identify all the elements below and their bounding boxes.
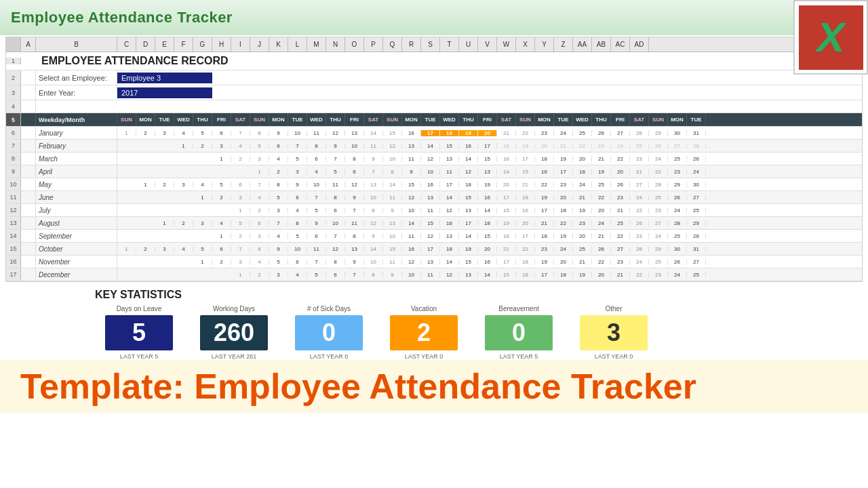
stats-cards: Days on Leave5LAST YEAR 5Working Days260…: [95, 305, 857, 360]
day-cell-october-15: 16: [402, 246, 421, 252]
row-num-header: [6, 37, 21, 52]
day-cell-january-7: 8: [250, 130, 269, 136]
day-cell-february-21: 19: [516, 143, 535, 149]
col-T-header: T: [440, 37, 459, 52]
day-cell-march-12: 8: [345, 156, 364, 162]
day-cell-february-27: 25: [630, 143, 649, 149]
col-B-header: B: [36, 37, 117, 52]
day-cell-june-14: 11: [383, 195, 402, 201]
day-header-fri1: FRI: [212, 113, 231, 126]
year-value-cell[interactable]: 2017: [117, 87, 212, 98]
day-header-sun1: SUN: [117, 113, 136, 126]
day-cell-march-27: 23: [630, 156, 649, 162]
day-header-tue3: TUE: [421, 113, 440, 126]
day-cell-september-12: 8: [345, 233, 364, 239]
day-cell-october-25: 26: [592, 246, 611, 252]
day-cell-november-4: 1: [193, 259, 212, 265]
day-cell-march-16: 12: [421, 156, 440, 162]
day-cell-november-19: 16: [478, 259, 497, 265]
day-cell-may-7: 7: [250, 182, 269, 188]
stat-value-3: 2: [390, 315, 458, 350]
day-cell-january-23: 24: [554, 130, 573, 136]
day-cell-october-20: 21: [497, 246, 516, 252]
day-cell-august-15: 14: [402, 220, 421, 226]
col-M-header: M: [307, 37, 326, 52]
day-cell-november-14: 11: [383, 259, 402, 265]
cell-10A: [21, 178, 36, 190]
day-cell-july-15: 10: [402, 207, 421, 214]
stats-title: KEY STATISTICS: [95, 289, 857, 301]
day-cell-november-18: 15: [459, 259, 478, 265]
stat-card-bereavement: Bereavement0LAST YEAR 5: [475, 305, 563, 360]
day-header-tue1: TUE: [155, 113, 174, 126]
day-header-sun3: SUN: [383, 113, 402, 126]
day-cell-march-23: 19: [554, 156, 573, 162]
day-cell-march-29: 25: [668, 156, 687, 162]
employee-value-cell[interactable]: Employee 3: [117, 73, 212, 83]
stat-last-year-2: LAST YEAR 0: [310, 353, 349, 360]
day-cell-february-23: 21: [554, 143, 573, 149]
day-cell-november-17: 14: [440, 259, 459, 265]
cell-4A: [21, 100, 36, 113]
day-cell-march-8: 4: [269, 156, 288, 162]
day-cell-september-19: 15: [478, 233, 497, 239]
month-name-january: January: [36, 127, 117, 139]
month-name-april: April: [36, 165, 117, 178]
day-cell-september-15: 11: [402, 233, 421, 239]
day-cell-august-8: 7: [269, 220, 288, 226]
day-cell-june-15: 12: [402, 195, 421, 201]
col-J-header: J: [250, 37, 269, 52]
day-cell-june-27: 24: [630, 195, 649, 201]
day-cell-february-11: 9: [326, 143, 345, 149]
day-cell-december-9: 4: [288, 272, 307, 278]
day-cell-january-27: 28: [630, 130, 649, 136]
day-cell-february-12: 10: [345, 143, 364, 149]
day-cell-february-8: 6: [269, 143, 288, 149]
spreadsheet-wrapper: A B C D E F G H I J K L M N O P Q R S T …: [5, 37, 863, 282]
day-cell-october-2: 3: [155, 246, 174, 252]
day-cell-april-21: 15: [516, 169, 535, 175]
day-cell-october-4: 5: [193, 246, 212, 252]
month-name-june: June: [36, 191, 117, 203]
day-cell-august-12: 11: [345, 220, 364, 226]
day-cell-december-19: 14: [478, 272, 497, 278]
stat-card-vacation: Vacation2LAST YEAR 0: [380, 305, 468, 360]
bottom-banner-text: Template: Employee Attendance Tracker: [20, 366, 696, 407]
day-cell-april-13: 7: [364, 169, 383, 175]
day-cell-june-9: 6: [288, 195, 307, 201]
day-cell-december-17: 12: [440, 272, 459, 278]
day-cell-august-30: 29: [687, 220, 706, 226]
day-cell-december-11: 6: [326, 272, 345, 278]
day-cell-september-25: 21: [592, 233, 611, 239]
row-num-16: 16: [6, 256, 21, 268]
month-name-august: August: [36, 217, 117, 229]
day-cell-january-30: 31: [687, 130, 706, 136]
day-header-fri3: FRI: [478, 113, 497, 126]
row-num-6: 6: [6, 127, 21, 139]
day-header-sat3: SAT: [497, 113, 516, 126]
day-cell-may-16: 16: [421, 182, 440, 188]
day-cell-september-6: 2: [231, 233, 250, 239]
day-cell-january-11: 12: [326, 130, 345, 136]
day-cell-may-9: 9: [288, 182, 307, 188]
day-cell-october-19: 20: [478, 246, 497, 252]
day-header-sun4: SUN: [516, 113, 535, 126]
day-cell-november-15: 12: [402, 259, 421, 265]
stat-last-year-4: LAST YEAR 5: [500, 353, 538, 360]
day-cell-august-7: 6: [250, 220, 269, 226]
day-cell-november-11: 8: [326, 259, 345, 265]
day-cell-august-25: 24: [592, 220, 611, 226]
day-cell-january-17: 18: [440, 130, 459, 136]
day-cell-february-29: 27: [668, 143, 687, 149]
day-cell-august-26: 25: [611, 220, 630, 226]
day-cell-january-6: 7: [231, 130, 250, 136]
day-cell-october-1: 2: [136, 246, 155, 252]
day-cell-january-22: 23: [535, 130, 554, 136]
day-cell-may-2: 2: [155, 182, 174, 188]
stat-label-4: Bereavement: [498, 305, 538, 312]
day-cell-may-25: 25: [592, 182, 611, 188]
day-cell-may-23: 23: [554, 182, 573, 188]
row-num-2: 2: [6, 70, 21, 85]
row-num-9: 9: [6, 165, 21, 178]
day-cell-july-14: 9: [383, 207, 402, 214]
